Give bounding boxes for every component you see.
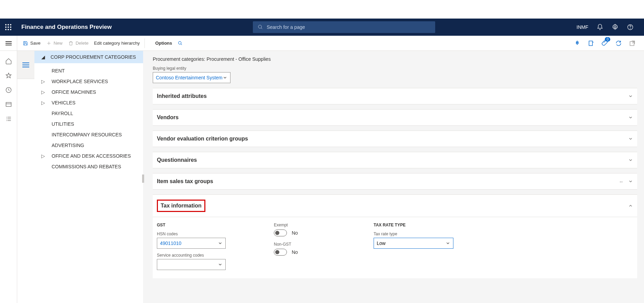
chevron-down-icon <box>218 262 223 267</box>
app-title: Finance and Operations Preview <box>21 24 112 31</box>
chevron-down-icon <box>628 94 633 99</box>
edit-hierarchy-button[interactable]: Edit category hierarchy <box>94 41 140 46</box>
svg-rect-13 <box>6 102 11 106</box>
save-button[interactable]: Save <box>23 41 41 46</box>
section-vendor-evaluation[interactable]: Vendor evaluation criterion groups <box>153 131 637 147</box>
tree-item-label: WORKPLACE SERVICES <box>50 79 108 84</box>
new-label: New <box>54 41 63 46</box>
tree-item-label: COMMISSIONS AND REBATES <box>50 164 121 169</box>
chevron-down-icon <box>628 158 633 162</box>
nongst-label: Non-GST <box>274 242 350 247</box>
options-label: Options <box>155 41 172 46</box>
legal-entity-label: Buying legal entity <box>153 66 637 71</box>
tree-item[interactable]: RENT <box>34 65 143 76</box>
tree-item-label: INTERCOMPANY RESOURCES <box>50 132 122 137</box>
tree-item[interactable]: ▷OFFICE AND DESK ACCESSORIES <box>34 150 143 161</box>
nongst-toggle[interactable] <box>274 249 287 256</box>
favorites-icon[interactable] <box>5 72 12 79</box>
hsn-codes-dropdown[interactable]: 49011010 <box>157 238 226 249</box>
section-tax-information[interactable]: Tax information <box>153 195 637 217</box>
tree-item-label: VEHICLES <box>50 100 75 105</box>
help-icon[interactable] <box>627 24 634 31</box>
save-label: Save <box>30 41 41 46</box>
notification-icon[interactable] <box>597 24 603 31</box>
refresh-icon[interactable] <box>615 40 622 47</box>
chevron-down-icon <box>628 115 633 120</box>
legal-entity-dropdown[interactable]: Contoso Entertainment System <box>153 72 230 83</box>
tree-item[interactable]: PAYROLL <box>34 108 143 119</box>
workspaces-icon[interactable] <box>5 101 12 108</box>
page-title: Procurement categories: Procurement - Of… <box>153 56 637 62</box>
gst-group-label: GST <box>157 223 250 227</box>
section-extra: -- <box>620 179 623 184</box>
office-icon[interactable] <box>588 40 594 47</box>
expand-icon[interactable]: ▷ <box>41 79 50 84</box>
new-button[interactable]: New <box>46 41 63 46</box>
expand-icon[interactable]: ▷ <box>41 89 50 95</box>
section-inherited-attributes[interactable]: Inherited attributes <box>153 88 637 104</box>
home-icon[interactable] <box>5 58 12 65</box>
sac-dropdown[interactable] <box>157 259 226 270</box>
search-icon <box>258 24 263 30</box>
recent-icon[interactable] <box>5 87 12 93</box>
section-questionnaires[interactable]: Questionnaires <box>153 152 637 168</box>
tree-item[interactable]: ▷VEHICLES <box>34 97 143 108</box>
tree-item-label: UTILITIES <box>50 121 74 127</box>
options-button[interactable]: Options <box>155 41 172 46</box>
popout-icon[interactable] <box>629 40 636 47</box>
tree-item-label: OFFICE MACHINES <box>50 89 96 95</box>
settings-icon[interactable] <box>612 24 619 31</box>
tree-item[interactable]: ▷OFFICE MACHINES <box>34 87 143 97</box>
app-launcher-icon[interactable] <box>0 24 17 30</box>
delete-button[interactable]: Delete <box>68 41 89 46</box>
toolbar-search-button[interactable] <box>178 41 183 46</box>
splitter-handle[interactable] <box>142 175 144 183</box>
section-label: Tax information <box>161 203 202 209</box>
legal-entity-value: Contoso Entertainment System <box>156 75 223 80</box>
search-placeholder: Search for a page <box>267 24 305 30</box>
tree-item[interactable]: COMMISSIONS AND REBATES <box>34 161 143 172</box>
nav-toggle[interactable] <box>0 36 17 50</box>
ratetype-label: Tax rate type <box>374 232 453 236</box>
tree-item[interactable]: UTILITIES <box>34 119 143 129</box>
svg-rect-9 <box>589 41 592 45</box>
section-item-sales-tax[interactable]: Item sales tax groups -- <box>153 173 637 190</box>
exempt-toggle[interactable] <box>274 229 287 236</box>
hsn-value: 49011010 <box>160 240 181 246</box>
ratetype-value: Low <box>377 240 386 246</box>
tree-item[interactable]: ADVERTISING <box>34 140 143 150</box>
tree-item-label: PAYROLL <box>50 111 73 116</box>
search-box[interactable]: Search for a page <box>253 21 435 33</box>
diamond-icon[interactable] <box>574 40 581 47</box>
tree-item[interactable]: INTERCOMPANY RESOURCES <box>34 129 143 140</box>
attachments-button[interactable]: 0 <box>601 39 608 47</box>
svg-point-4 <box>630 29 631 29</box>
section-label: Vendor evaluation criterion groups <box>157 136 248 142</box>
tree-item-label: OFFICE AND DESK ACCESSORIES <box>50 153 131 159</box>
tree-root[interactable]: ◢ CORP PROCUREMENT CATEGORIES <box>34 51 143 63</box>
chevron-down-icon <box>628 136 633 141</box>
delete-label: Delete <box>76 41 89 46</box>
sac-label: Service accounting codes <box>157 253 250 258</box>
hsn-label: HSN codes <box>157 232 250 236</box>
sidepane-toggle[interactable] <box>17 51 34 79</box>
ratetype-group-label: TAX RATE TYPE <box>374 223 453 227</box>
svg-line-8 <box>181 44 182 45</box>
edit-hierarchy-label: Edit category hierarchy <box>94 41 140 46</box>
expand-icon[interactable]: ▷ <box>41 153 50 159</box>
company-code[interactable]: INMF <box>577 24 588 30</box>
section-vendors[interactable]: Vendors <box>153 109 637 126</box>
chevron-down-icon <box>628 179 633 184</box>
tax-rate-type-dropdown[interactable]: Low <box>374 238 453 249</box>
tree-item-label: RENT <box>50 68 65 74</box>
expand-icon[interactable]: ▷ <box>41 100 50 105</box>
modules-icon[interactable] <box>5 115 12 122</box>
collapse-icon: ◢ <box>41 54 45 60</box>
section-label: Item sales tax groups <box>157 178 213 184</box>
svg-point-7 <box>179 41 181 44</box>
tree-item-label: ADVERTISING <box>50 143 84 148</box>
chevron-down-icon <box>223 75 227 80</box>
tree-root-label: CORP PROCUREMENT CATEGORIES <box>51 54 136 60</box>
tree-item[interactable]: ▷WORKPLACE SERVICES <box>34 76 143 87</box>
attachment-badge: 0 <box>605 37 610 42</box>
